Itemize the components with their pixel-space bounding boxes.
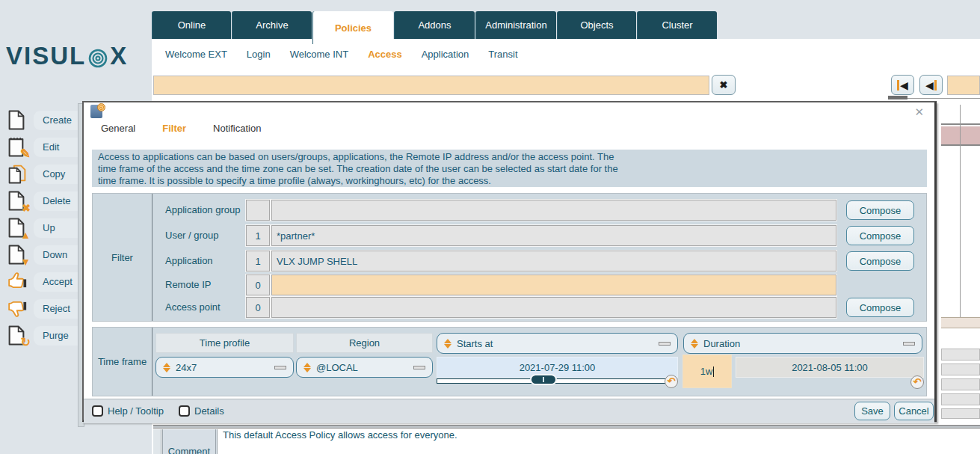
copy-documents-icon [7,164,28,185]
duration-header[interactable]: Duration [683,333,922,354]
reset-duration-icon[interactable]: ↶ [910,375,924,389]
table-row [941,363,980,375]
clear-filter-button[interactable]: ✖ [712,75,736,95]
collapse-handle-icon [413,366,425,369]
tab-archive[interactable]: Archive [232,11,312,39]
user-group-count[interactable]: 1 [246,225,270,246]
region-header: Region [296,333,433,353]
compose-application-group-button[interactable]: Compose [846,200,914,220]
user-group-value[interactable]: *partner* [271,225,836,246]
collapse-handle-icon [903,342,915,346]
spinner-icon [444,339,452,349]
tab-online[interactable]: Online [152,11,231,39]
table-row [941,393,980,405]
access-policy-dialog: ✕ General Filter Notification Access to … [82,101,937,422]
comment-gutter [153,429,161,454]
comment-text: This default Access Policy allows access… [223,429,457,441]
nav-login[interactable]: Login [247,49,271,60]
access-point-value[interactable] [271,297,836,318]
remote-ip-value[interactable] [271,274,836,295]
access-point-count[interactable]: 0 [246,297,270,318]
save-button[interactable]: Save [854,402,890,420]
go-first-button[interactable]: ◀ [891,75,914,95]
move-up-icon: ▲ [7,218,28,239]
help-tooltip-option[interactable]: Help / Tooltip [92,405,164,417]
help-tooltip-checkbox[interactable] [92,405,103,417]
compose-application-button[interactable]: Compose [846,251,914,271]
help-tooltip-label: Help / Tooltip [108,405,164,417]
horizontal-scrollbar-handle[interactable] [888,96,907,99]
application-count[interactable]: 1 [246,251,270,272]
thumbs-up-icon [7,272,28,292]
application-group-count[interactable] [246,200,270,221]
nav-application[interactable]: Application [422,49,469,60]
tab-cluster[interactable]: Cluster [637,11,717,39]
filter-input[interactable] [153,76,709,95]
spinner-icon [303,363,311,372]
spinner-icon [163,363,170,372]
filter-row-label: Access point [165,301,221,313]
starts-at-slider-handle[interactable] [530,374,557,385]
table-header-row [941,105,980,125]
text-caret [713,366,714,377]
time-profile-dropdown[interactable]: 24x7 [155,357,294,378]
reset-starts-at-icon[interactable]: ↶ [665,375,678,388]
dialog-title-icon [90,105,102,118]
time-frame-section-label: Time frame [93,328,152,396]
starts-at-header[interactable]: Starts at [437,333,678,354]
duration-input[interactable]: 1w [682,355,732,388]
filter-row-label: User / group [165,230,219,241]
tab-objects[interactable]: Objects [557,11,636,39]
compose-access-point-button[interactable]: Compose [846,298,914,317]
filter-row-label: Remote IP [165,279,211,290]
table-row [941,349,980,361]
table-column-divider [960,105,961,322]
secondary-nav: Welcome EXT Login Welcome INT Access App… [165,49,518,60]
tab-administration[interactable]: Administration [475,11,556,39]
cancel-button[interactable]: Cancel [894,402,934,420]
details-option[interactable]: Details [179,405,224,417]
application-value[interactable]: VLX JUMP SHELL [271,251,836,272]
nav-transit[interactable]: Transit [488,49,517,60]
tab-policies[interactable]: Policies [312,11,393,44]
top-tab-bar: Online Archive Policies Addons Administr… [152,11,718,44]
purge-recycle-icon: ↻ [7,325,28,346]
tab-addons[interactable]: Addons [394,11,475,39]
table-row [941,408,980,419]
logo-spiral-icon [87,46,109,69]
comment-label-cell: Comment [162,429,218,454]
clear-x-icon: ✖ [720,79,728,91]
section-divider [153,425,980,429]
table-row [941,378,980,390]
document-new-icon [7,110,28,131]
compose-user-group-button[interactable]: Compose [846,226,914,245]
dialog-tab-filter[interactable]: Filter [162,123,186,134]
dialog-tab-general[interactable]: General [101,123,135,134]
nav-access[interactable]: Access [368,49,402,60]
dialog-tab-notification[interactable]: Notification [213,123,261,134]
previous-page-icon: ◀ [925,80,937,91]
go-previous-button[interactable]: ◀ [919,75,943,95]
nav-welcome-int[interactable]: Welcome INT [290,49,349,60]
time-frame-section: Time frame Time profile Region Starts at… [92,327,927,396]
end-date-field[interactable]: 2021-08-05 11:00 [736,357,924,378]
move-down-icon: ▼ [7,245,28,266]
filter-section-label: Filter [93,194,152,321]
filter-row-label: Application [165,255,213,266]
time-profile-header: Time profile [155,333,294,353]
close-icon[interactable]: ✕ [914,105,924,119]
remote-ip-count[interactable]: 0 [246,274,270,295]
details-label: Details [194,405,224,417]
delete-document-icon: ✖ [7,191,28,212]
details-checkbox[interactable] [179,405,190,417]
region-dropdown[interactable]: @LOCAL [296,357,433,378]
dialog-tab-bar: General Filter Notification [101,123,261,134]
nav-welcome-ext[interactable]: Welcome EXT [165,49,227,60]
filter-input-right[interactable] [947,76,980,95]
collapse-handle-icon [659,342,671,346]
application-group-value[interactable] [271,200,836,221]
starts-at-field[interactable]: 2021-07-29 11:00 [437,357,678,378]
dialog-footer: Help / Tooltip Details Save Cancel [84,399,934,423]
filter-section: Filter Application group Compose User / … [92,193,927,322]
spinner-icon [691,339,698,349]
